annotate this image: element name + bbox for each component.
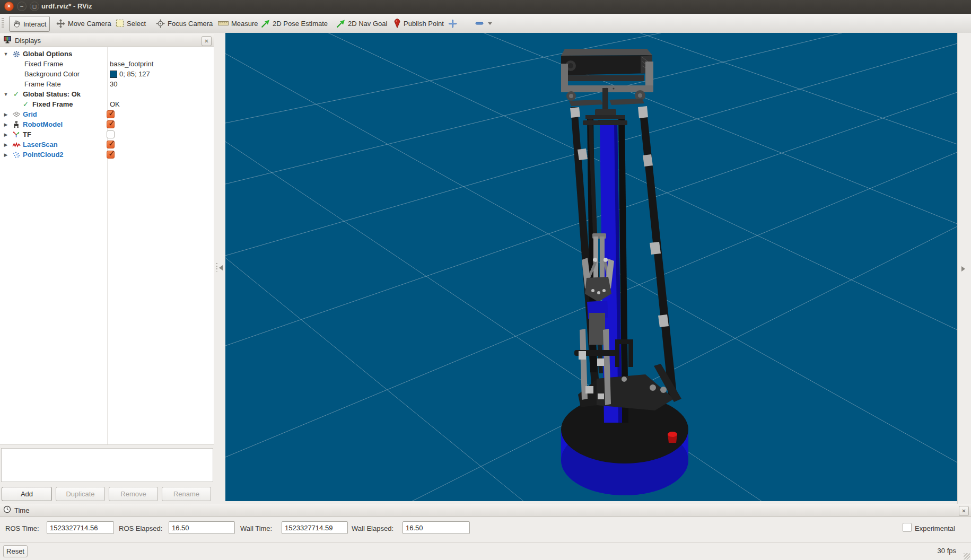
tool-interact[interactable]: Interact [9,16,50,32]
tool-label: Focus Camera [168,20,213,28]
tool-2d-pose-estimate[interactable]: 2D Pose Estimate [258,16,331,31]
tool-publish-point[interactable]: Publish Point [390,16,447,31]
displays-panel: Displays ✕ ▼ Global Options Fixed Frame … [0,33,214,504]
expander-closed-icon[interactable]: ▶ [2,112,10,117]
render-viewport[interactable] [225,33,957,501]
toolbar: Interact Move Camera Select Focus Camera… [0,14,971,33]
plus-icon [449,20,457,28]
selection-box-icon [116,19,124,28]
experimental-checkbox[interactable] [903,523,912,532]
move-arrows-icon [56,19,65,28]
time-panel: Time ✕ ROS Time: ROS Elapsed: Wall Time:… [0,504,971,542]
right-panel-strip[interactable] [957,33,971,504]
tool-label: Move Camera [68,20,111,28]
fixed-frame-value[interactable]: base_footprint [110,60,153,68]
expander-closed-icon[interactable]: ▶ [2,152,10,158]
tree-row-robotmodel[interactable]: ▶ RobotModel [0,119,214,129]
hand-icon [13,20,21,28]
status-bar: Reset 30 fps [0,542,971,560]
window-title: urdf.rviz* - RViz [41,2,92,10]
laserscan-enabled-checkbox[interactable] [107,141,115,148]
tool-move-camera[interactable]: Move Camera [53,16,115,31]
3d-scene [225,33,957,501]
monitor-icon [3,36,12,45]
ros-time-label: ROS Time: [5,524,39,532]
tool-focus-camera[interactable]: Focus Camera [153,16,216,31]
tf-enabled-checkbox[interactable] [107,130,115,138]
duplicate-button[interactable]: Duplicate [56,487,105,501]
ros-time-input[interactable] [47,521,114,534]
time-panel-header[interactable]: Time ✕ [0,504,971,517]
grid-enabled-checkbox[interactable] [107,110,115,118]
frame-rate-value[interactable]: 30 [110,80,117,88]
resize-grip[interactable] [964,553,970,559]
estop-button [668,432,677,437]
remove-button[interactable]: Remove [109,487,158,501]
tool-measure[interactable]: Measure [215,16,261,31]
ruler-icon [218,20,229,27]
tool-label: 2D Nav Goal [348,20,387,28]
close-icon[interactable]: ✕ [202,36,212,46]
expander-closed-icon[interactable]: ▶ [2,142,10,147]
splitter-grip [216,263,217,272]
remove-tool-button[interactable] [472,16,495,31]
panel-splitter[interactable] [214,33,225,504]
pointcloud2-enabled-checkbox[interactable] [107,151,115,159]
collapse-left-icon[interactable] [219,265,223,270]
clock-icon [3,505,11,515]
property-description-box [1,448,213,482]
robotmodel-enabled-checkbox[interactable] [107,120,115,128]
tree-row-frame-rate[interactable]: Frame Rate 30 [0,79,214,89]
laserscan-icon [12,141,21,149]
rename-button[interactable]: Rename [162,487,211,501]
wall-elapsed-input[interactable] [403,521,470,534]
check-icon: ✓ [21,100,30,109]
ros-elapsed-input[interactable] [169,521,235,534]
color-swatch [110,71,117,78]
tree-row-pointcloud2[interactable]: ▶ PointCloud2 [0,150,214,160]
tree-row-global-status[interactable]: ▼ ✓ Global Status: Ok [0,89,214,99]
expander-open-icon[interactable]: ▼ [2,92,10,97]
tool-label: Select [127,20,146,28]
toolbar-drag-handle[interactable] [2,18,4,29]
robot-icon [12,120,21,129]
tree-row-laserscan[interactable]: ▶ LaserScan [0,139,214,150]
main-area: Displays ✕ ▼ Global Options Fixed Frame … [0,33,971,504]
tree-row-fixed-frame[interactable]: Fixed Frame base_footprint [0,59,214,69]
expander-closed-icon[interactable]: ▶ [2,122,10,127]
add-tool-button[interactable] [445,16,460,31]
tree-row-fixed-frame-status[interactable]: ✓ Fixed Frame OK [0,99,214,109]
displays-panel-header[interactable]: Displays ✕ [0,34,214,47]
close-icon[interactable]: ✕ [959,506,969,516]
tool-2d-nav-goal[interactable]: 2D Nav Goal [333,16,390,31]
displays-tree: ▼ Global Options Fixed Frame base_footpr… [0,47,214,445]
crosshair-icon [156,19,165,28]
expander-open-icon[interactable]: ▼ [2,51,10,57]
panel-title: Displays [15,37,41,45]
tool-select[interactable]: Select [112,16,149,31]
status-value: OK [110,100,120,108]
tree-row-background-color[interactable]: Background Color 0; 85; 127 [0,69,214,79]
ros-elapsed-label: ROS Elapsed: [119,524,162,532]
tool-label: Publish Point [404,20,444,28]
tf-axes-icon [12,130,21,139]
expander-closed-icon[interactable]: ▶ [2,132,10,137]
wall-time-input[interactable] [282,521,348,534]
expand-right-icon[interactable] [961,266,965,272]
tree-row-tf[interactable]: ▶ TF [0,129,214,139]
title-bar: × – ◻ urdf.rviz* - RViz [0,0,971,14]
add-button[interactable]: Add [2,487,52,501]
green-arrow-icon [261,19,270,28]
fps-counter: 30 fps [938,547,956,555]
background-color-value: 0; 85; 127 [119,70,150,78]
tree-row-global-options[interactable]: ▼ Global Options [0,49,214,59]
green-arrow-icon [336,19,345,28]
window-close-button[interactable]: × [4,2,14,11]
tool-label: Interact [23,20,46,28]
tool-label: 2D Pose Estimate [273,20,328,28]
pointcloud-icon [12,151,21,159]
window-maximize-button[interactable]: ◻ [30,2,39,11]
reset-button[interactable]: Reset [3,545,28,557]
tree-row-grid[interactable]: ▶ Grid [0,109,214,119]
window-minimize-button[interactable]: – [17,2,27,11]
